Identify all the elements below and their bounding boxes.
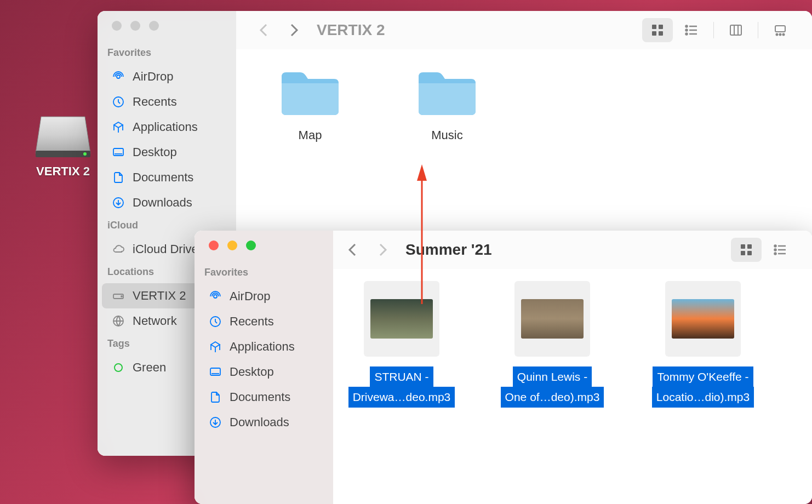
sidebar-item-label: AirDrop [133,70,174,84]
folder-music[interactable]: Music [406,66,488,142]
sidebar-item-label: VERTIX 2 [133,289,186,303]
back-button[interactable] [255,21,273,39]
sidebar-item-desktop[interactable]: Desktop [199,359,329,385]
file-label-line1: STRUAN - [370,366,433,387]
file-label-line2: One of…deo).mp3 [501,387,604,407]
svg-point-13 [686,25,688,27]
sidebar-item-recents[interactable]: Recents [102,89,232,114]
minimize-button[interactable] [130,21,140,31]
svg-rect-16 [730,25,741,35]
desktop-drive-label: VERTIX 2 [36,164,90,179]
minimize-button[interactable] [227,240,237,250]
sidebar-item-label: AirDrop [230,289,271,303]
folder-label: Map [299,128,322,142]
download-icon [112,196,125,209]
sidebar-section-favorites: Favorites [98,43,236,64]
close-button[interactable] [209,240,219,250]
external-drive-icon [33,112,93,159]
sidebar-item-label: Network [133,314,177,328]
window-title: VERTIX 2 [317,21,385,39]
maximize-button[interactable] [149,21,159,31]
forward-button[interactable] [374,241,391,259]
folder-label: Music [431,128,462,142]
sidebar-item-label: Recents [133,95,177,109]
back-button[interactable] [344,241,362,259]
svg-rect-26 [741,244,745,249]
tag-green-icon [112,361,125,374]
icon-view-button[interactable] [642,18,673,42]
list-view-button[interactable] [765,238,796,262]
sidebar-item-label: Applications [230,340,295,354]
file-tommy-okeeffe[interactable]: Tommy O'Keeffe - Locatio…dio).mp3 [645,281,760,408]
desktop-drive-icon[interactable]: VERTIX 2 [30,112,96,179]
folder-content[interactable]: STRUAN - Drivewa…deo.mp3 Quinn Lewis - O… [333,269,812,504]
file-quinn-lewis[interactable]: Quinn Lewis - One of…deo).mp3 [495,281,610,408]
cloud-icon [112,243,125,256]
svg-point-22 [214,295,217,298]
svg-point-2 [117,75,120,78]
list-view-button[interactable] [676,18,707,42]
sidebar-item-label: Documents [133,170,193,185]
clock-icon [209,315,222,328]
sidebar-item-label: Recents [230,314,274,329]
maximize-button[interactable] [246,240,256,250]
clock-icon [112,95,125,108]
sidebar-section-favorites: Favorites [195,262,333,284]
column-view-button[interactable] [720,18,751,42]
sidebar-item-airdrop[interactable]: AirDrop [102,64,232,89]
sidebar-item-label: Desktop [230,365,274,379]
forward-button[interactable] [285,21,302,39]
airdrop-icon [112,70,125,83]
svg-rect-0 [36,151,90,157]
sidebar-item-documents[interactable]: Documents [199,385,329,410]
gallery-view-button[interactable] [765,18,796,42]
view-mode-group [731,238,796,262]
sidebar-item-recents[interactable]: Recents [199,309,329,334]
applications-icon [112,121,125,134]
sidebar-item-label: Green [133,360,166,375]
close-button[interactable] [112,21,122,31]
icon-view-button[interactable] [731,238,762,262]
svg-rect-27 [747,244,752,249]
main-content: Summer '21 STRUAN - Drivewa…deo.mp3 [333,231,812,504]
svg-point-31 [775,249,776,251]
file-struan[interactable]: STRUAN - Drivewa…deo.mp3 [344,281,459,408]
document-icon [112,171,125,184]
sidebar-item-label: Applications [133,120,198,134]
desktop-icon [209,365,222,379]
airdrop-icon [209,290,222,303]
folder-icon [277,66,343,118]
svg-rect-11 [652,31,656,36]
sidebar-item-downloads[interactable]: Downloads [199,410,329,435]
folder-icon [414,66,480,118]
svg-rect-17 [775,26,785,32]
window-controls [98,21,236,43]
sidebar-item-applications[interactable]: Applications [199,334,329,359]
desktop-icon [112,146,125,159]
sidebar-item-desktop[interactable]: Desktop [102,140,232,165]
file-label-line2: Locatio…dio).mp3 [652,387,754,407]
file-label-line2: Drivewa…deo.mp3 [348,387,455,407]
download-icon [209,416,222,429]
annotation-arrow [414,164,430,307]
sidebar-item-documents[interactable]: Documents [102,165,232,190]
sidebar-item-label: Downloads [133,196,192,210]
file-label-line1: Quinn Lewis - [513,366,592,387]
sidebar-item-label: Documents [230,390,290,404]
svg-point-15 [686,33,688,35]
file-label-line1: Tommy O'Keeffe - [653,366,753,387]
svg-point-19 [780,33,781,35]
svg-rect-4 [113,148,123,156]
svg-point-32 [775,253,776,255]
svg-rect-12 [659,31,663,36]
document-icon [209,391,222,404]
sidebar-item-downloads[interactable]: Downloads [102,190,232,215]
svg-point-14 [686,29,688,31]
sidebar-item-airdrop[interactable]: AirDrop [199,284,329,309]
sidebar-item-label: Downloads [230,415,289,429]
toolbar: VERTIX 2 [236,11,812,49]
folder-map[interactable]: Map [269,66,351,142]
file-thumbnail [665,281,741,357]
sidebar-item-applications[interactable]: Applications [102,114,232,140]
sidebar: Favorites AirDrop Recents Applications D… [195,231,333,504]
